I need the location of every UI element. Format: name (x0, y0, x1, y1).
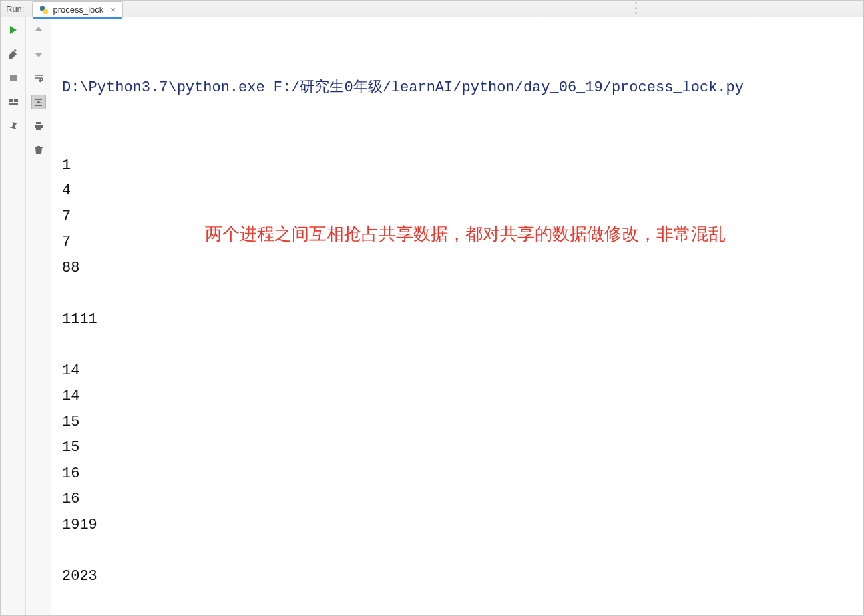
close-icon[interactable]: × (110, 5, 116, 14)
down-stack-button[interactable] (31, 47, 46, 61)
pin-button[interactable] (6, 119, 21, 133)
output-line: 1919 (62, 513, 855, 539)
run-body: D:\Python3.7\python.exe F:/研究生0年级/learnA… (1, 17, 863, 615)
splitter-handle-icon[interactable] (635, 2, 637, 14)
svg-rect-4 (9, 103, 18, 105)
output-line (62, 589, 855, 615)
output-line: 1 (62, 153, 855, 179)
output-line: 15 (62, 435, 855, 461)
output-line: 16 (62, 461, 855, 487)
output-line: 26 (62, 615, 855, 616)
clear-all-button[interactable] (31, 143, 46, 158)
layout-button[interactable] (6, 95, 21, 109)
output-line: 4 (62, 178, 855, 204)
svg-rect-2 (9, 99, 13, 102)
tab-process-lock[interactable]: process_lock × (32, 1, 122, 17)
soft-wrap-button[interactable] (31, 71, 46, 85)
run-tool-window: Run: process_lock × (0, 0, 864, 616)
run-label: Run: (6, 4, 24, 14)
output-line: 14 (62, 384, 855, 410)
output-line (62, 332, 855, 358)
tab-label: process_lock (53, 5, 103, 15)
output-line: 14 (62, 358, 855, 384)
output-line: 1111 (62, 307, 855, 333)
output-line: 16 (62, 487, 855, 513)
rerun-button[interactable] (6, 23, 21, 37)
scroll-to-end-button[interactable] (31, 95, 46, 109)
output-line: 88 (62, 256, 855, 282)
edit-config-button[interactable] (6, 47, 21, 61)
stop-button[interactable] (6, 71, 21, 85)
run-left-toolbar (1, 17, 26, 615)
output-line: 15 (62, 410, 855, 436)
output-line (62, 281, 855, 307)
print-button[interactable] (31, 119, 46, 133)
python-file-icon (39, 5, 49, 15)
up-stack-button[interactable] (31, 23, 46, 37)
output-line: 2023 (62, 564, 855, 590)
console-output[interactable]: D:\Python3.7\python.exe F:/研究生0年级/learnA… (51, 17, 863, 615)
output-line (62, 538, 855, 564)
run-mid-toolbar (26, 17, 51, 615)
svg-rect-1 (10, 75, 17, 81)
svg-marker-0 (10, 26, 17, 34)
run-tabbar: Run: process_lock × (1, 1, 863, 17)
annotation-text: 两个进程之间互相抢占共享数据，都对共享的数据做修改，非常混乱 (205, 219, 726, 250)
command-line: D:\Python3.7\python.exe F:/研究生0年级/learnA… (62, 75, 855, 101)
svg-rect-3 (14, 99, 18, 102)
